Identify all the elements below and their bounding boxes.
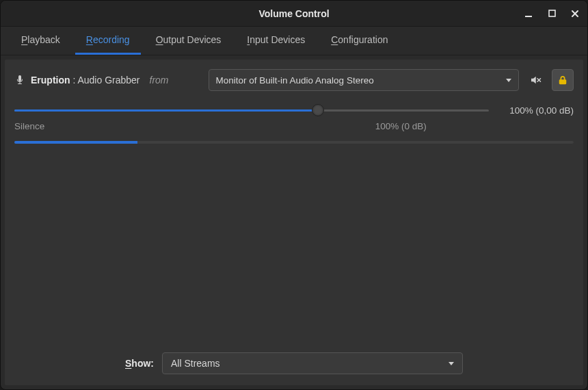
show-filter-select[interactable]: All Streams (162, 352, 463, 374)
svg-rect-1 (549, 10, 555, 16)
chevron-down-icon (449, 362, 454, 365)
lock-channels-button[interactable] (552, 69, 574, 91)
slider-fill (14, 109, 318, 112)
window-title: Volume Control (258, 8, 329, 19)
tab-bar: Playback Recording Output Devices Input … (1, 27, 587, 55)
footer: Show: All Streams (14, 346, 574, 378)
device-selected-label: Monitor of Built-in Audio Analog Stereo (216, 75, 374, 86)
volume-row: 100% (0,00 dB) (14, 103, 574, 117)
tab-output-devices[interactable]: Output Devices (145, 27, 232, 55)
scale-label-reference: 100% (0 dB) (375, 121, 427, 131)
stream-from-label: from (150, 75, 169, 86)
stream-label: Eruption : Audio Grabber (31, 75, 140, 86)
mute-button[interactable] (524, 69, 546, 91)
level-meter-fill (14, 141, 137, 144)
tab-configuration[interactable]: Configuration (320, 27, 399, 55)
svg-rect-0 (525, 16, 532, 17)
device-select[interactable]: Monitor of Built-in Audio Analog Stereo (209, 69, 519, 91)
stream-header: Eruption : Audio Grabber from Monitor of… (14, 69, 574, 91)
slider-track (14, 109, 489, 112)
volume-slider[interactable] (14, 103, 489, 117)
tab-input-devices[interactable]: Input Devices (236, 27, 316, 55)
svg-marker-2 (531, 77, 536, 84)
volume-readout: 100% (0,00 dB) (498, 105, 574, 116)
close-button[interactable] (570, 8, 580, 19)
level-meter (14, 141, 574, 144)
slider-thumb[interactable] (312, 104, 324, 116)
content-area: Eruption : Audio Grabber from Monitor of… (5, 60, 583, 385)
chevron-down-icon (506, 79, 511, 82)
microphone-icon (14, 75, 25, 86)
minimize-button[interactable] (523, 8, 534, 19)
scale-label-silence: Silence (14, 121, 44, 131)
slider-scale-labels: Silence 100% (0 dB) (14, 121, 574, 131)
tab-playback[interactable]: Playback (10, 27, 71, 55)
stream-app-name: Eruption (31, 75, 70, 86)
show-filter-selected: All Streams (171, 358, 220, 369)
spacer (14, 144, 574, 346)
tab-recording[interactable]: Recording (75, 27, 141, 55)
window: Volume Control Playback Recording Output… (0, 0, 588, 390)
titlebar[interactable]: Volume Control (1, 1, 587, 27)
stream-description: Audio Grabber (77, 75, 139, 86)
maximize-button[interactable] (546, 8, 557, 19)
window-controls (523, 8, 580, 19)
show-label: Show: (125, 358, 154, 369)
